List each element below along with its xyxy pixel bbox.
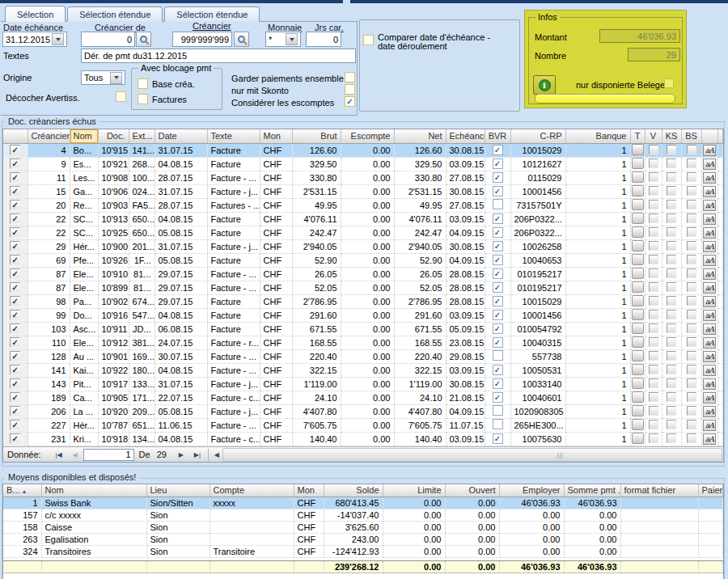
row-select-checkbox[interactable]: ✓	[10, 351, 20, 361]
column-header-bvr[interactable]: BVR	[485, 129, 510, 143]
cell-rest[interactable]	[717, 198, 723, 212]
cell-t[interactable]	[630, 336, 645, 349]
cell-v[interactable]	[645, 184, 662, 198]
ks-checkbox[interactable]	[667, 296, 676, 306]
bvr-checkbox[interactable]: ✓	[493, 337, 503, 348]
table-row[interactable]: ✓20Re...10'903FA5...28.07.15Factures - .…	[3, 198, 723, 212]
format-aA-button[interactable]: aA	[703, 255, 716, 266]
cell-icon[interactable]: aA	[701, 171, 717, 184]
v-checkbox[interactable]	[649, 323, 658, 333]
cell-icon[interactable]: aA	[701, 432, 717, 446]
ks-checkbox[interactable]	[667, 241, 676, 251]
cell-bvr[interactable]	[485, 418, 510, 432]
t-button[interactable]	[632, 295, 644, 306]
nav-next-icon[interactable]: ▶	[173, 451, 189, 459]
ks-checkbox[interactable]	[667, 351, 676, 361]
cell-rest[interactable]	[717, 432, 723, 446]
v-checkbox[interactable]	[649, 392, 658, 402]
row-select-checkbox[interactable]: ✓	[10, 392, 20, 403]
cell-bs[interactable]	[681, 184, 701, 198]
cell-t[interactable]	[630, 391, 645, 404]
cell-sel[interactable]: ✓	[3, 281, 28, 294]
cell-sel[interactable]: ✓	[3, 157, 28, 171]
record-number-input[interactable]	[83, 449, 134, 461]
bvr-checkbox[interactable]: ✓	[493, 227, 503, 238]
table-row[interactable]: ✓110Ele...10'912381...24.07.15Facture - …	[3, 336, 723, 349]
cell-ks[interactable]	[662, 322, 681, 336]
format-aA-button[interactable]: aA	[703, 378, 716, 390]
cell-rest[interactable]	[717, 377, 723, 391]
table-row[interactable]: ✓128Au ...10'901169...30.07.15Facture - …	[3, 349, 723, 363]
cell-rest[interactable]	[717, 226, 723, 239]
cell-icon[interactable]: aA	[701, 267, 717, 281]
cell-t[interactable]	[630, 267, 645, 281]
v-checkbox[interactable]	[649, 296, 658, 306]
cell-icon[interactable]: aA	[701, 336, 717, 349]
format-aA-button[interactable]: aA	[703, 268, 716, 280]
dropdown-arrow-icon[interactable]	[110, 72, 122, 84]
format-aA-button[interactable]: aA	[703, 337, 716, 349]
nur-mit-skonto-checkbox[interactable]	[345, 84, 355, 95]
table-row[interactable]: ✓87Ele...10'89981...29.07.15Facture - ..…	[3, 281, 723, 294]
cell-t[interactable]	[630, 322, 645, 336]
creancier-de-search-button[interactable]	[136, 32, 151, 47]
row-select-checkbox[interactable]: ✓	[10, 433, 20, 444]
cell-sel[interactable]: ✓	[3, 294, 28, 308]
column-header-cr-ancier[interactable]: Créancier	[28, 129, 70, 143]
column-header-net[interactable]: Net	[394, 129, 446, 143]
format-aA-button[interactable]: aA	[703, 213, 716, 225]
table-row[interactable]: ✓87Ele...10'91081...29.07.15Facture - ..…	[3, 267, 723, 281]
format-aA-button[interactable]: aA	[703, 365, 716, 376]
cell-t[interactable]	[630, 404, 645, 418]
cell-ks[interactable]	[662, 226, 681, 239]
bvr-checkbox[interactable]: ✓	[493, 310, 503, 320]
cell-bs[interactable]	[681, 308, 701, 322]
bs-checkbox[interactable]	[687, 296, 696, 306]
cell-bvr[interactable]: ✓	[485, 253, 510, 267]
t-button[interactable]	[632, 171, 644, 183]
column-header-texte[interactable]: Texte	[207, 129, 260, 143]
table-row[interactable]: ✓9Es...10'921268...04.08.15FactureCHF329…	[3, 157, 723, 171]
cell-sel[interactable]: ✓	[3, 267, 28, 281]
ks-checkbox[interactable]	[667, 200, 676, 209]
cell-bs[interactable]	[681, 281, 701, 294]
row-select-checkbox[interactable]: ✓	[10, 241, 20, 251]
table-row[interactable]: 263EgalisationSionCHF243.000.000.000.000…	[3, 533, 723, 545]
row-select-checkbox[interactable]: ✓	[10, 255, 20, 265]
ks-checkbox[interactable]	[667, 406, 676, 416]
column-header-ext-[interactable]: Ext...	[129, 129, 154, 143]
cell-ks[interactable]	[662, 281, 681, 294]
t-button[interactable]	[632, 158, 644, 169]
ks-checkbox[interactable]	[667, 158, 676, 168]
cell-sel[interactable]: ✓	[3, 404, 28, 418]
table-row[interactable]: ✓15Ga...10'906024...31.07.15Facture - j.…	[3, 184, 723, 198]
factures-checkbox[interactable]	[138, 94, 148, 104]
row-select-checkbox[interactable]: ✓	[10, 296, 20, 306]
ks-checkbox[interactable]	[667, 392, 676, 402]
t-button[interactable]	[632, 309, 644, 320]
cell-bvr[interactable]: ✓	[485, 239, 510, 253]
jrs-car-input[interactable]: 0	[306, 32, 341, 47]
row-select-checkbox[interactable]: ✓	[10, 200, 20, 210]
format-aA-button[interactable]: aA	[703, 282, 716, 294]
cell-ks[interactable]	[662, 239, 681, 253]
column-header-ech-ance[interactable]: Echéance	[446, 129, 485, 143]
bs-checkbox[interactable]	[687, 172, 696, 182]
cell-sel[interactable]: ✓	[3, 418, 28, 432]
bvr-checkbox[interactable]	[493, 419, 503, 429]
bs-checkbox[interactable]	[687, 158, 696, 168]
t-button[interactable]	[632, 213, 644, 224]
table-row[interactable]: ✓231Kri...10'918134...04.08.15Facture - …	[3, 432, 723, 446]
row-select-checkbox[interactable]: ✓	[10, 282, 20, 293]
garder-checkbox[interactable]	[345, 72, 355, 82]
cell-bs[interactable]	[681, 226, 701, 239]
horizontal-scrollbar[interactable]: |||	[222, 448, 722, 462]
format-aA-button[interactable]: aA	[703, 241, 716, 252]
v-checkbox[interactable]	[649, 268, 658, 278]
cell-bs[interactable]	[681, 143, 701, 157]
cell-icon[interactable]: aA	[701, 363, 717, 377]
cell-bvr[interactable]: ✓	[485, 157, 510, 171]
v-checkbox[interactable]	[649, 310, 658, 319]
cell-icon[interactable]: aA	[701, 239, 717, 253]
bvr-checkbox[interactable]: ✓	[493, 433, 503, 444]
